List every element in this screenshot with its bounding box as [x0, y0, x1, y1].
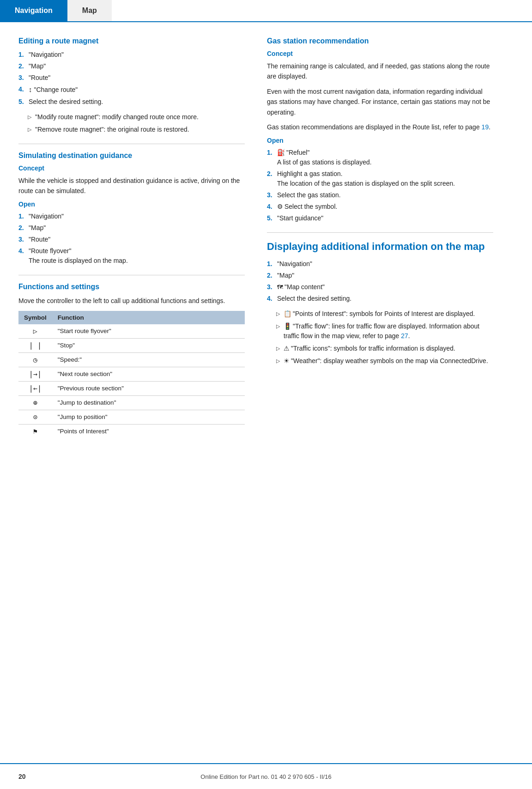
simulating-open-label: Open: [18, 200, 245, 208]
list-item: 1. "Navigation": [267, 259, 493, 269]
list-item: 4. Select the desired setting.: [267, 294, 493, 303]
displaying-steps-list: 1. "Navigation" 2. "Map" 3. 🗺"Map conten…: [267, 259, 493, 303]
table-cell-symbol: | |: [18, 338, 52, 352]
gas-concept-p3: Gas station recommendations are displaye…: [267, 122, 493, 132]
simulating-concept-text: While the vehicle is stopped and destina…: [18, 176, 245, 196]
table-cell-function: "Previous route section": [52, 381, 245, 395]
simulating-steps-list: 1. "Navigation" 2. "Map" 3. "Route" 4. "…: [18, 212, 245, 266]
simulating-section: Simulating destination guidance Concept …: [18, 152, 245, 266]
gas-station-section: Gas station recommendation Concept The r…: [267, 37, 493, 223]
bullet-arrow-icon: ▷: [276, 357, 284, 365]
list-item: 3. "Route": [18, 235, 245, 244]
table-row: | |"Stop": [18, 338, 245, 352]
table-row: ⊙"Jump to position": [18, 410, 245, 424]
bullet-arrow-icon: ▷: [28, 113, 35, 121]
editing-bullets-list: ▷ "Modify route magnet": modify changed …: [28, 112, 245, 134]
list-item: ▷ "Remove route magnet": the original ro…: [28, 125, 245, 134]
bullet-arrow-icon: ▷: [276, 310, 284, 318]
editing-steps-list: 1. "Navigation" 2. "Map" 3. "Route" 4. ↕…: [18, 50, 245, 107]
list-item: ▷ "Modify route magnet": modify changed …: [28, 112, 245, 122]
list-item: 1. "Navigation": [18, 50, 245, 60]
table-col-function: Function: [52, 311, 245, 324]
displaying-title: Displaying additional information on the…: [267, 240, 493, 254]
table-cell-function: "Jump to position": [52, 410, 245, 424]
nav-bar: Navigation Map: [0, 0, 532, 22]
table-cell-symbol: ⊙: [18, 410, 52, 424]
list-item: 3. "Route": [18, 73, 245, 83]
editing-route-magnet-section: Editing a route magnet 1. "Navigation" 2…: [18, 37, 245, 134]
page-link-27[interactable]: 27: [401, 332, 408, 340]
gas-concept-label: Concept: [267, 50, 493, 57]
bullet-arrow-icon: ▷: [28, 126, 35, 134]
main-content: Editing a route magnet 1. "Navigation" 2…: [0, 22, 532, 466]
page-link-19[interactable]: 19: [482, 123, 489, 131]
divider: [267, 232, 493, 233]
table-row: ▷"Start route flyover": [18, 324, 245, 339]
footer-page-number: 20: [18, 773, 26, 780]
list-item: 3. Select the gas station.: [267, 190, 493, 200]
editing-route-magnet-title: Editing a route magnet: [18, 37, 245, 45]
gas-station-title: Gas station recommendation: [267, 37, 493, 45]
table-cell-function: "Speed:": [52, 352, 245, 367]
list-item: 4. "Route flyover" The route is displaye…: [18, 246, 245, 266]
gas-concept-p1: The remaining range is calculated, and i…: [267, 61, 493, 82]
functions-settings-body: Move the controller to the left to call …: [18, 296, 245, 306]
list-item: 4. ↕"Change route": [18, 85, 245, 95]
divider: [18, 275, 245, 275]
simulating-title: Simulating destination guidance: [18, 152, 245, 160]
list-item: 5. "Start guidance": [267, 213, 493, 223]
gas-steps-list: 1. ⛽"Refuel" A list of gas stations is d…: [267, 148, 493, 223]
list-item: 5. Select the desired setting.: [18, 97, 245, 107]
table-cell-function: "Jump to destination": [52, 395, 245, 410]
table-cell-function: "Start route flyover": [52, 324, 245, 339]
table-cell-symbol: ⚑: [18, 424, 52, 438]
table-cell-function: "Points of Interest": [52, 424, 245, 438]
list-item: 1. ⛽"Refuel" A list of gas stations is d…: [267, 148, 493, 167]
bullet-arrow-icon: ▷: [276, 322, 284, 330]
list-item: ▷ ☀"Weather": display weather symbols on…: [276, 356, 493, 366]
gas-concept-p2: Even with the most current navigation da…: [267, 86, 493, 117]
tab-navigation[interactable]: Navigation: [0, 0, 67, 21]
list-item: 2. "Map": [18, 223, 245, 233]
displaying-section: Displaying additional information on the…: [267, 240, 493, 366]
table-cell-symbol: ⊕: [18, 395, 52, 410]
table-row: |→|"Next route section": [18, 367, 245, 381]
table-cell-symbol: ◷: [18, 352, 52, 367]
list-item: ▷ ⚠"Traffic icons": symbols for traffic …: [276, 344, 493, 353]
table-cell-function: "Stop": [52, 338, 245, 352]
table-cell-function: "Next route section": [52, 367, 245, 381]
bullet-arrow-icon: ▷: [276, 345, 284, 352]
list-item: 3. 🗺"Map content": [267, 282, 493, 292]
table-row: ◷"Speed:": [18, 352, 245, 367]
table-row: ⚑"Points of Interest": [18, 424, 245, 438]
list-item: ▷ 📋"Points of Interest": symbols for Poi…: [276, 309, 493, 319]
list-item: 2. "Map": [267, 271, 493, 280]
list-item: 2. Highlight a gas station. The location…: [267, 169, 493, 188]
list-item: 2. "Map": [18, 61, 245, 71]
functions-settings-section: Functions and settings Move the controll…: [18, 283, 245, 438]
table-row: ⊕"Jump to destination": [18, 395, 245, 410]
footer: 20 Online Edition for Part no. 01 40 2 9…: [0, 763, 532, 789]
table-cell-symbol: |→|: [18, 367, 52, 381]
functions-settings-title: Functions and settings: [18, 283, 245, 291]
footer-edition-text: Online Edition for Part no. 01 40 2 970 …: [200, 773, 331, 780]
functions-table: Symbol Function ▷"Start route flyover"| …: [18, 311, 245, 438]
table-cell-symbol: |←|: [18, 381, 52, 395]
list-item: ▷ 🚦"Traffic flow": lines for traffic flo…: [276, 322, 493, 341]
tab-map[interactable]: Map: [67, 0, 112, 21]
gas-open-label: Open: [267, 137, 493, 144]
left-column: Editing a route magnet 1. "Navigation" 2…: [18, 37, 245, 448]
list-item: 4. ⚙Select the symbol.: [267, 202, 493, 212]
simulating-concept-label: Concept: [18, 164, 245, 172]
table-col-symbol: Symbol: [18, 311, 52, 324]
list-item: 1. "Navigation": [18, 212, 245, 221]
displaying-bullets-list: ▷ 📋"Points of Interest": symbols for Poi…: [276, 309, 493, 366]
divider: [18, 144, 245, 144]
table-row: |←|"Previous route section": [18, 381, 245, 395]
right-column: Gas station recommendation Concept The r…: [267, 37, 493, 448]
table-cell-symbol: ▷: [18, 324, 52, 339]
